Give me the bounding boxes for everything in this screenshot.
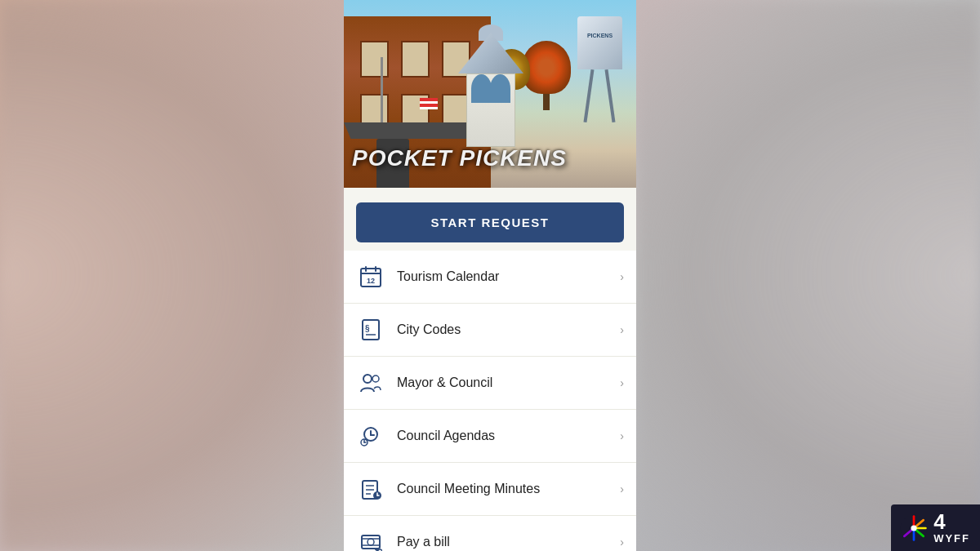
svg-point-24	[368, 539, 374, 545]
bill-icon	[356, 527, 385, 551]
menu-list: 12 Tourism Calendar › § City Codes ›	[344, 251, 636, 551]
start-request-button[interactable]: START REQUEST	[356, 202, 624, 242]
calendar-icon: 12	[356, 262, 385, 291]
gazebo-body	[466, 73, 515, 147]
agenda-icon	[356, 421, 385, 451]
chevron-right-icon: ›	[620, 270, 624, 283]
window	[401, 41, 430, 78]
svg-point-9	[372, 375, 379, 382]
chevron-right-icon: ›	[620, 376, 624, 389]
wyff-channel-info: 4 WYFF	[933, 511, 970, 544]
tower-legs	[583, 69, 616, 122]
menu-item-mayor-council[interactable]: Mayor & Council ›	[344, 357, 636, 410]
app-title-overlay: POCKET PICKENS	[352, 145, 628, 171]
water-tower: PICKENS	[571, 16, 632, 122]
menu-item-pay-bill[interactable]: Pay a bill ›	[344, 516, 636, 551]
chevron-right-icon: ›	[620, 482, 624, 495]
nbc-peacock-icon	[899, 513, 929, 543]
flag	[420, 98, 438, 109]
menu-label-city-codes: City Codes	[397, 322, 613, 337]
chevron-right-icon: ›	[620, 429, 624, 442]
svg-text:§: §	[365, 324, 370, 333]
header-scene: PICKENS POCKET PICKENS	[344, 0, 636, 188]
menu-label-mayor-council: Mayor & Council	[397, 375, 613, 390]
svg-rect-23	[362, 535, 380, 549]
tower-leg	[583, 69, 594, 122]
gazebo-arch-left	[471, 74, 492, 103]
app-title: POCKET PICKENS	[352, 145, 567, 171]
tower-tank: PICKENS	[577, 16, 622, 69]
bg-blur-left	[0, 0, 343, 551]
wyff-channel-number: 4	[933, 511, 945, 532]
menu-item-council-agendas[interactable]: Council Agendas ›	[344, 410, 636, 463]
svg-point-34	[911, 525, 917, 531]
menu-item-council-minutes[interactable]: Council Meeting Minutes ›	[344, 463, 636, 516]
people-icon	[356, 368, 385, 398]
flag-pole	[381, 57, 383, 122]
menu-item-city-codes[interactable]: § City Codes ›	[344, 304, 636, 357]
svg-point-8	[363, 375, 372, 383]
gazebo-arch-right	[490, 74, 510, 103]
phone-container: PICKENS POCKET PICKENS START REQUEST	[344, 0, 636, 551]
wyff-station-name: WYFF	[933, 532, 970, 544]
menu-item-tourism-calendar[interactable]: 12 Tourism Calendar ›	[344, 251, 636, 304]
tower-leg	[604, 69, 615, 122]
menu-label-council-minutes: Council Meeting Minutes	[397, 482, 613, 496]
wyff-logo: 4 WYFF	[899, 511, 970, 544]
minutes-icon	[356, 474, 385, 504]
app-header: PICKENS POCKET PICKENS	[344, 0, 636, 188]
menu-label-council-agendas: Council Agendas	[397, 429, 613, 443]
document-icon: §	[356, 315, 385, 344]
window	[360, 41, 389, 78]
chevron-right-icon: ›	[620, 323, 624, 336]
tree-trunk	[543, 94, 550, 110]
tower-text: PICKENS	[577, 33, 622, 38]
gazebo-roof	[458, 33, 523, 73]
chevron-right-icon: ›	[620, 535, 624, 549]
wyff-watermark: 4 WYFF	[891, 504, 980, 551]
menu-label-pay-bill: Pay a bill	[397, 535, 613, 549]
bg-blur-right	[637, 0, 980, 551]
menu-label-tourism-calendar: Tourism Calendar	[397, 269, 613, 284]
app-content: START REQUEST 12 Tourism Calendar ›	[344, 188, 636, 551]
svg-text:12: 12	[367, 277, 375, 285]
